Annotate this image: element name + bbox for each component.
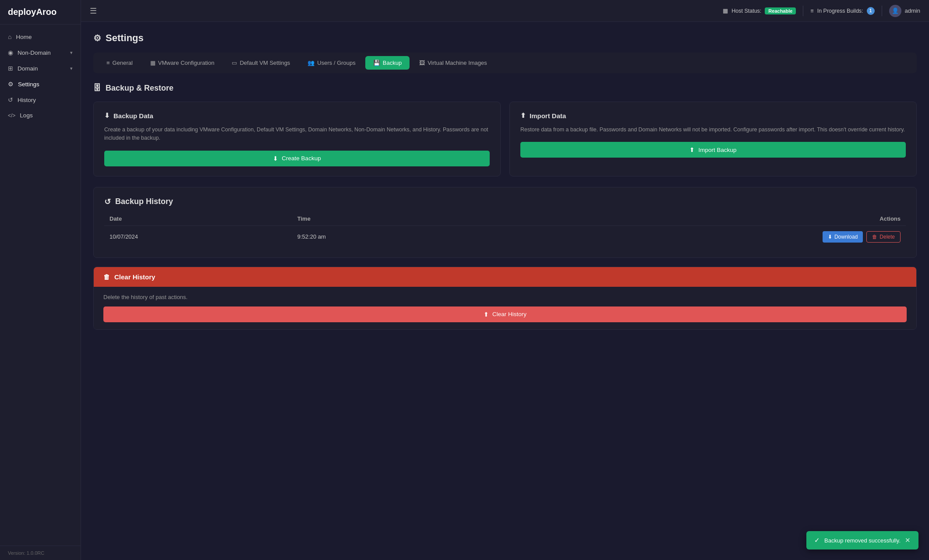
- row-time: 9:52:20 am: [292, 225, 480, 248]
- tab-label: Virtual Machine Images: [427, 60, 487, 66]
- topbar-divider-2: [882, 6, 882, 16]
- non-domain-icon: ◉: [8, 49, 13, 56]
- clear-history-section: 🗑 Clear History Delete the history of pa…: [93, 267, 917, 330]
- backup-history-table: Date Time Actions 10/07/2024 9:52:20 am …: [104, 212, 906, 248]
- clear-history-title: Clear History: [114, 273, 155, 281]
- page-content: ⚙ Settings ≡ General ▦ VMware Configurat…: [81, 22, 929, 560]
- clear-history-button[interactable]: ⬆ Clear History: [103, 306, 907, 322]
- import-data-title: ⬆ Import Data: [520, 112, 906, 120]
- page-title-icon: ⚙: [93, 33, 101, 43]
- clear-history-desc: Delete the history of past actions.: [103, 294, 907, 300]
- import-backup-button[interactable]: ⬆ Import Backup: [520, 142, 906, 158]
- domain-icon: ⊞: [8, 65, 13, 72]
- backup-tab-icon: 💾: [373, 60, 380, 66]
- toast-notification: ✓ Backup removed successfully. ✕: [806, 531, 918, 549]
- col-time: Time: [292, 212, 480, 226]
- tab-default-vm[interactable]: ▭ Default VM Settings: [224, 56, 298, 70]
- toast-icon: ✓: [814, 536, 820, 544]
- import-data-desc: Restore data from a backup file. Passwor…: [520, 126, 906, 134]
- toast-message: Backup removed successfully.: [824, 537, 901, 544]
- sidebar-item-label: Home: [16, 34, 32, 40]
- users-tab-icon: 👥: [307, 60, 314, 66]
- download-icon: ⬇: [828, 234, 832, 240]
- create-backup-button[interactable]: ⬇ Create Backup: [104, 151, 490, 166]
- backup-history-heading: ↺ Backup History: [104, 197, 906, 207]
- chevron-down-icon: ▾: [70, 50, 73, 56]
- clear-history-icon: 🗑: [103, 273, 110, 281]
- settings-tabs: ≡ General ▦ VMware Configuration ▭ Defau…: [93, 53, 917, 73]
- backup-data-desc: Create a backup of your data including V…: [104, 126, 490, 143]
- sidebar-item-label: Non-Domain: [18, 49, 51, 56]
- menu-toggle-button[interactable]: ☰: [90, 6, 97, 16]
- clear-history-body: Delete the history of past actions. ⬆ Cl…: [94, 287, 916, 329]
- clear-history-header: 🗑 Clear History: [94, 267, 916, 287]
- avatar: 👤: [889, 5, 901, 17]
- backup-data-title: ⬇ Backup Data: [104, 112, 490, 120]
- tab-general[interactable]: ≡ General: [99, 56, 141, 70]
- import-data-icon: ⬆: [520, 112, 526, 120]
- tab-vmware[interactable]: ▦ VMware Configuration: [142, 56, 223, 70]
- tab-label: Users / Groups: [317, 60, 355, 66]
- host-status-icon: ▦: [723, 7, 728, 14]
- backup-history-title: Backup History: [115, 197, 173, 206]
- sidebar-item-label: History: [18, 97, 36, 103]
- app-logo: deployAroo: [0, 0, 81, 25]
- backup-data-icon: ⬇: [104, 112, 110, 120]
- logs-icon: </>: [8, 113, 15, 119]
- settings-icon: ⚙: [8, 81, 14, 88]
- col-actions: Actions: [480, 212, 906, 226]
- sidebar-item-label: Settings: [18, 81, 39, 88]
- builds-label: In Progress Builds:: [817, 8, 863, 14]
- topbar-divider: [803, 6, 803, 16]
- vm-images-tab-icon: 🖼: [419, 60, 425, 66]
- sidebar-item-label: Logs: [20, 112, 32, 119]
- row-actions: ⬇ Download 🗑 Delete: [480, 225, 906, 248]
- chevron-down-icon: ▾: [70, 66, 73, 71]
- clear-history-btn-icon: ⬆: [484, 311, 489, 318]
- backup-restore-icon: 🗄: [93, 84, 101, 93]
- vmware-tab-icon: ▦: [150, 60, 155, 66]
- tab-users-groups[interactable]: 👥 Users / Groups: [300, 56, 363, 70]
- main-content: ☰ ▦ Host Status: Reachable ≡ In Progress…: [81, 0, 929, 560]
- tab-label: Backup: [383, 60, 402, 66]
- topbar: ☰ ▦ Host Status: Reachable ≡ In Progress…: [81, 0, 929, 22]
- host-status-badge: Reachable: [765, 7, 796, 14]
- history-icon: ↺: [8, 96, 13, 103]
- builds-icon: ≡: [810, 8, 813, 14]
- backup-restore-heading: 🗄 Backup & Restore: [93, 84, 917, 93]
- sidebar-item-non-domain[interactable]: ◉ Non-Domain ▾: [0, 45, 81, 60]
- tab-label: Default VM Settings: [240, 60, 290, 66]
- action-buttons: ⬇ Download 🗑 Delete: [485, 231, 901, 243]
- sidebar-item-logs[interactable]: </> Logs: [0, 108, 81, 123]
- download-button[interactable]: ⬇ Download: [823, 231, 863, 243]
- page-title-row: ⚙ Settings: [93, 32, 917, 44]
- backup-history-icon: ↺: [104, 197, 111, 207]
- backup-history-card: ↺ Backup History Date Time Actions 10/07…: [93, 187, 917, 258]
- page-title: Settings: [106, 32, 144, 44]
- row-date: 10/07/2024: [104, 225, 292, 248]
- sidebar-nav: ⌂ Home ◉ Non-Domain ▾ ⊞ Domain ▾ ⚙ Setti…: [0, 25, 81, 546]
- home-icon: ⌂: [8, 33, 11, 40]
- tab-label: General: [113, 60, 133, 66]
- host-status-label: Host Status:: [731, 8, 761, 14]
- builds-status: ≡ In Progress Builds: 1: [810, 7, 874, 15]
- user-menu[interactable]: 👤 admin: [889, 5, 920, 17]
- app-version: Version: 1.0.0RC: [0, 546, 81, 560]
- sidebar-item-home[interactable]: ⌂ Home: [0, 29, 81, 45]
- table-row: 10/07/2024 9:52:20 am ⬇ Download 🗑 D: [104, 225, 906, 248]
- sidebar-item-history[interactable]: ↺ History: [0, 92, 81, 108]
- default-vm-tab-icon: ▭: [232, 60, 237, 66]
- sidebar-item-domain[interactable]: ⊞ Domain ▾: [0, 60, 81, 76]
- delete-button[interactable]: 🗑 Delete: [866, 231, 901, 243]
- tab-backup[interactable]: 💾 Backup: [365, 56, 410, 70]
- tab-label: VMware Configuration: [158, 60, 215, 66]
- tab-vm-images[interactable]: 🖼 Virtual Machine Images: [411, 56, 495, 70]
- backup-cards-row: ⬇ Backup Data Create a backup of your da…: [93, 102, 917, 176]
- backup-data-card: ⬇ Backup Data Create a backup of your da…: [93, 102, 501, 176]
- host-status: ▦ Host Status: Reachable: [723, 7, 796, 14]
- create-backup-icon: ⬇: [273, 155, 278, 162]
- toast-close-button[interactable]: ✕: [905, 536, 911, 544]
- sidebar-item-settings[interactable]: ⚙ Settings: [0, 76, 81, 92]
- sidebar-item-label: Domain: [18, 65, 38, 72]
- delete-icon: 🗑: [872, 234, 877, 240]
